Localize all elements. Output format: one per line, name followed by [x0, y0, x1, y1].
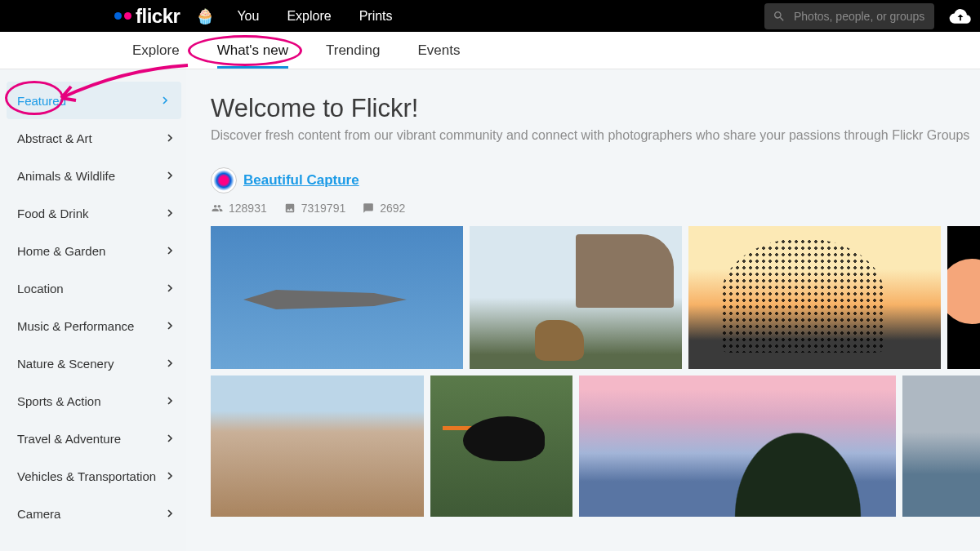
photo-thumbnail[interactable] — [902, 375, 980, 517]
photo-thumbnail[interactable] — [211, 375, 424, 517]
sidebar-item-camera[interactable]: Camera — [5, 495, 186, 532]
welcome-subtitle: Discover fresh content from our vibrant … — [211, 128, 980, 143]
chevron-right-icon — [158, 94, 172, 107]
nav-you[interactable]: You — [237, 9, 259, 24]
sidebar-item-label: Animals & Wildlife — [17, 169, 115, 183]
subtab-explore[interactable]: Explore — [132, 33, 180, 68]
category-sidebar: Featured Abstract & Art Animals & Wildli… — [0, 69, 186, 551]
subtab-trending[interactable]: Trending — [326, 33, 380, 68]
sidebar-item-label: Sports & Action — [17, 394, 101, 408]
discussions-icon — [362, 202, 375, 214]
stat-discussions: 2692 — [362, 202, 405, 215]
nav-explore[interactable]: Explore — [287, 9, 331, 24]
photo-thumbnail[interactable] — [430, 375, 572, 517]
chevron-right-icon — [163, 244, 176, 257]
top-navbar: flickr 🧁 You Explore Prints — [0, 0, 980, 32]
stat-discussions-value: 2692 — [380, 202, 405, 215]
chevron-right-icon — [163, 394, 176, 407]
sidebar-item-music-performance[interactable]: Music & Performance — [5, 307, 186, 344]
photo-row-2 — [211, 375, 980, 517]
logo-dot-pink — [124, 12, 131, 20]
sidebar-item-food-drink[interactable]: Food & Drink — [5, 194, 186, 232]
sidebar-item-label: Food & Drink — [17, 207, 89, 220]
logo-dot-blue — [114, 12, 122, 20]
sidebar-item-animals-wildlife[interactable]: Animals & Wildlife — [5, 157, 186, 194]
subtab-events[interactable]: Events — [417, 33, 460, 68]
photos-icon — [283, 202, 296, 214]
sidebar-item-label: Location — [17, 282, 64, 295]
chevron-right-icon — [163, 507, 176, 520]
photo-row-1 — [211, 226, 980, 369]
sidebar-item-location[interactable]: Location — [5, 269, 186, 307]
stat-photos: 7319791 — [283, 202, 346, 215]
photo-thumbnail[interactable] — [470, 226, 682, 369]
welcome-title: Welcome to Flickr! — [211, 94, 980, 123]
flickr-logo-text[interactable]: flickr — [136, 5, 180, 28]
chevron-right-icon — [163, 319, 176, 332]
search-box[interactable] — [764, 3, 934, 29]
upload-cloud-icon[interactable] — [949, 7, 972, 25]
sidebar-item-featured[interactable]: Featured — [7, 82, 181, 119]
stat-photos-value: 7319791 — [301, 202, 346, 215]
sidebar-item-label: Travel & Adventure — [17, 432, 121, 446]
sidebar-item-sports-action[interactable]: Sports & Action — [5, 382, 186, 420]
sidebar-item-nature-scenery[interactable]: Nature & Scenery — [5, 344, 186, 382]
sidebar-item-label: Music & Performance — [17, 319, 134, 333]
chevron-right-icon — [163, 357, 176, 370]
chevron-right-icon — [163, 207, 176, 220]
sidebar-item-travel-adventure[interactable]: Travel & Adventure — [5, 420, 186, 457]
photo-thumbnail[interactable] — [947, 226, 980, 369]
photo-thumbnail[interactable] — [688, 226, 941, 369]
photo-thumbnail[interactable] — [579, 375, 896, 517]
search-icon — [773, 10, 786, 23]
primary-nav: You Explore Prints — [237, 9, 392, 24]
chevron-right-icon — [163, 432, 176, 445]
nav-prints[interactable]: Prints — [359, 9, 393, 24]
group-name-link[interactable]: Beautiful Capture — [243, 172, 359, 189]
chevron-right-icon — [163, 169, 176, 182]
sidebar-item-label: Vehicles & Transportation — [17, 469, 156, 483]
sidebar-item-abstract-art[interactable]: Abstract & Art — [5, 119, 186, 157]
chevron-right-icon — [163, 469, 176, 482]
photo-thumbnail[interactable] — [211, 226, 463, 369]
group-stats: 128931 7319791 2692 — [211, 202, 980, 215]
sidebar-item-label: Abstract & Art — [17, 131, 92, 145]
sidebar-item-label: Home & Garden — [17, 244, 105, 258]
group-header: Beautiful Capture — [211, 167, 980, 193]
main-area: Featured Abstract & Art Animals & Wildli… — [0, 69, 980, 551]
sidebar-item-home-garden[interactable]: Home & Garden — [5, 232, 186, 269]
content-area: Welcome to Flickr! Discover fresh conten… — [186, 69, 980, 551]
flickr-logo-dots[interactable] — [114, 12, 131, 20]
explore-subtabs: Explore What's new Trending Events — [0, 32, 980, 69]
chevron-right-icon — [163, 282, 176, 295]
group-avatar[interactable] — [211, 167, 237, 193]
members-icon — [211, 202, 224, 214]
sidebar-item-vehicles-transportation[interactable]: Vehicles & Transportation — [5, 457, 186, 495]
stat-members-value: 128931 — [229, 202, 267, 215]
subtab-whats-new[interactable]: What's new — [217, 33, 288, 68]
search-input[interactable] — [794, 10, 926, 23]
cupcake-icon[interactable]: 🧁 — [196, 7, 214, 25]
stat-members: 128931 — [211, 202, 267, 215]
sidebar-item-label: Camera — [17, 507, 60, 521]
sidebar-item-label: Nature & Scenery — [17, 357, 114, 371]
sidebar-item-label: Featured — [17, 94, 66, 108]
chevron-right-icon — [163, 131, 176, 144]
